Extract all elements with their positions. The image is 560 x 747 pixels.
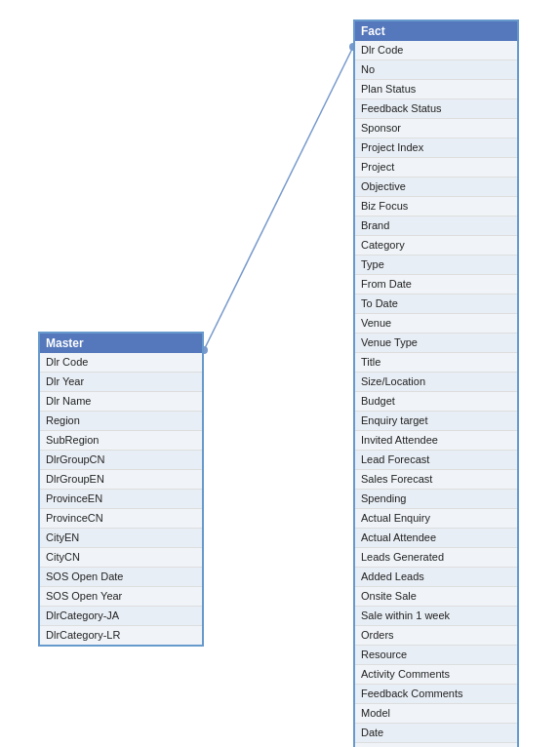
fact-row: Activity Comments xyxy=(355,665,517,685)
master-row: SOS Open Year xyxy=(40,587,202,607)
master-table: Master Dlr CodeDlr YearDlr NameRegionSub… xyxy=(38,332,204,647)
fact-row: Model xyxy=(355,704,517,724)
fact-row: Lead Forecast xyxy=(355,451,517,470)
fact-table: Fact Dlr CodeNoPlan StatusFeedback Statu… xyxy=(353,20,519,747)
master-row: ProvinceCN xyxy=(40,509,202,529)
fact-row: Actual Attendee xyxy=(355,529,517,548)
master-row: CityCN xyxy=(40,548,202,568)
diagram-container: Master Dlr CodeDlr YearDlr NameRegionSub… xyxy=(0,0,560,747)
fact-row: Sale within 1 week xyxy=(355,607,517,626)
fact-row: Dlr Code xyxy=(355,41,517,60)
fact-row: Objective xyxy=(355,177,517,197)
svg-line-0 xyxy=(204,47,353,350)
master-row: DlrCategory-LR xyxy=(40,626,202,645)
fact-row: Year xyxy=(355,743,517,747)
master-row: Dlr Year xyxy=(40,373,202,392)
master-row: SOS Open Date xyxy=(40,568,202,587)
fact-row: Project Index xyxy=(355,138,517,158)
fact-row: Spending xyxy=(355,490,517,509)
fact-table-header: Fact xyxy=(355,21,517,41)
master-row: DlrCategory-JA xyxy=(40,607,202,626)
fact-row: Resource xyxy=(355,646,517,665)
fact-row: Project xyxy=(355,158,517,177)
fact-row: Budget xyxy=(355,392,517,412)
master-table-rows: Dlr CodeDlr YearDlr NameRegionSubRegionD… xyxy=(40,353,202,645)
fact-row: Category xyxy=(355,236,517,256)
fact-row: Orders xyxy=(355,626,517,646)
master-row: Region xyxy=(40,412,202,431)
master-row: Dlr Name xyxy=(40,392,202,412)
fact-row: Actual Enquiry xyxy=(355,509,517,529)
fact-row: Onsite Sale xyxy=(355,587,517,607)
fact-row: Type xyxy=(355,256,517,275)
fact-row: Venue xyxy=(355,314,517,334)
master-row: CityEN xyxy=(40,529,202,548)
fact-row: Sales Forecast xyxy=(355,470,517,490)
fact-row: Brand xyxy=(355,216,517,236)
fact-row: Feedback Comments xyxy=(355,685,517,704)
master-row: DlrGroupEN xyxy=(40,470,202,490)
fact-row: To Date xyxy=(355,295,517,314)
fact-row: Invited Attendee xyxy=(355,431,517,451)
master-row: SubRegion xyxy=(40,431,202,451)
fact-row: Sponsor xyxy=(355,119,517,138)
fact-row: Added Leads xyxy=(355,568,517,587)
master-row: DlrGroupCN xyxy=(40,451,202,470)
fact-row: No xyxy=(355,60,517,80)
fact-row: Feedback Status xyxy=(355,99,517,119)
master-row: ProvinceEN xyxy=(40,490,202,509)
master-row: Dlr Code xyxy=(40,353,202,373)
master-table-header: Master xyxy=(40,334,202,353)
fact-row: Plan Status xyxy=(355,80,517,99)
fact-row: Size/Location xyxy=(355,373,517,392)
fact-row: Date xyxy=(355,724,517,743)
fact-row: From Date xyxy=(355,275,517,295)
fact-row: Venue Type xyxy=(355,334,517,353)
fact-row: Title xyxy=(355,353,517,373)
fact-table-rows: Dlr CodeNoPlan StatusFeedback StatusSpon… xyxy=(355,41,517,747)
fact-row: Enquiry target xyxy=(355,412,517,431)
fact-row: Leads Generated xyxy=(355,548,517,568)
fact-row: Biz Focus xyxy=(355,197,517,216)
